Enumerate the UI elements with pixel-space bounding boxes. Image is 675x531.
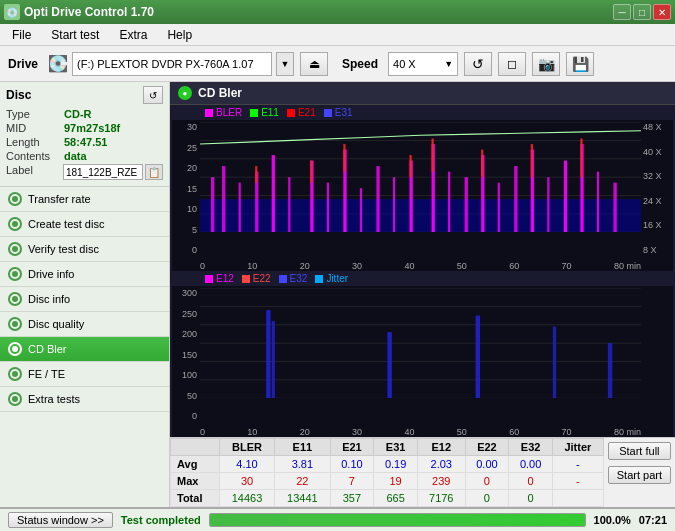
avg-e32: 0.00 <box>509 456 553 473</box>
sidebar-item-create-test-disc[interactable]: Create test disc <box>0 212 169 237</box>
legend2-e12: E12 <box>216 273 234 284</box>
speed-dropdown[interactable]: 40 X ▼ <box>388 52 458 76</box>
svg-rect-33 <box>255 166 257 183</box>
x1-label-0: 0 <box>200 261 205 271</box>
x2-label-10: 10 <box>247 427 257 437</box>
avg-e21: 0.10 <box>330 456 374 473</box>
disc-mid-label: MID <box>6 122 64 134</box>
sidebar-item-disc-info[interactable]: Disc info <box>0 287 169 312</box>
max-e21: 7 <box>330 473 374 490</box>
svg-rect-36 <box>409 155 411 177</box>
menu-extra[interactable]: Extra <box>111 26 155 44</box>
x1-label-70: 70 <box>562 261 572 271</box>
col-header-bler: BLER <box>219 439 274 456</box>
start-part-button[interactable]: Start part <box>608 466 671 484</box>
sidebar-item-extra-tests[interactable]: Extra tests <box>0 387 169 412</box>
x2-label-40: 40 <box>404 427 414 437</box>
y1-right-40x: 40 X <box>643 147 662 157</box>
max-bler: 30 <box>219 473 274 490</box>
svg-rect-19 <box>393 177 395 232</box>
y1-right-24x: 24 X <box>643 196 662 206</box>
x1-label-20: 20 <box>300 261 310 271</box>
y2-label-0: 0 <box>192 411 197 421</box>
save-button[interactable]: 💾 <box>566 52 594 76</box>
col-header-empty <box>171 439 220 456</box>
speed-label: Speed <box>342 57 378 71</box>
disc-label-copy-button[interactable]: 📋 <box>145 164 163 180</box>
y2-label-150: 150 <box>182 350 197 360</box>
x2-label-70: 70 <box>562 427 572 437</box>
status-text: Test completed <box>121 514 201 526</box>
sidebar-item-verify-test-disc[interactable]: Verify test disc <box>0 237 169 262</box>
svg-rect-10 <box>239 183 241 233</box>
y1-label-30: 30 <box>187 122 197 132</box>
eraser-button[interactable]: ◻ <box>498 52 526 76</box>
svg-rect-40 <box>580 139 582 178</box>
status-window-button[interactable]: Status window >> <box>8 512 113 528</box>
table-row-avg: Avg 4.10 3.81 0.10 0.19 2.03 0.00 0.00 - <box>171 456 604 473</box>
eject-button[interactable]: ⏏ <box>300 52 328 76</box>
progress-percent: 100.0% <box>594 514 631 526</box>
chart-header: ● CD Bler <box>170 82 675 105</box>
sidebar-item-transfer-rate[interactable]: Transfer rate <box>0 187 169 212</box>
max-label: Max <box>171 473 220 490</box>
svg-rect-7 <box>200 199 641 232</box>
disc-refresh-button[interactable]: ↺ <box>143 86 163 104</box>
sidebar-item-disc-quality[interactable]: Disc quality <box>0 312 169 337</box>
total-label: Total <box>171 490 220 507</box>
svg-rect-25 <box>498 183 500 233</box>
svg-rect-34 <box>310 161 312 183</box>
y2-label-300: 300 <box>182 288 197 298</box>
svg-rect-8 <box>211 177 214 232</box>
minimize-button[interactable]: ─ <box>613 4 631 20</box>
max-jitter: - <box>552 473 603 490</box>
nav-items: Transfer rate Create test disc Verify te… <box>0 187 169 507</box>
svg-rect-29 <box>564 161 567 233</box>
total-e12: 7176 <box>417 490 465 507</box>
disc-label-label: Label <box>6 164 63 180</box>
table-row-max: Max 30 22 7 19 239 0 0 - <box>171 473 604 490</box>
total-e31: 665 <box>374 490 418 507</box>
menu-start-test[interactable]: Start test <box>43 26 107 44</box>
camera-button[interactable]: 📷 <box>532 52 560 76</box>
x2-label-20: 20 <box>300 427 310 437</box>
y2-label-100: 100 <box>182 370 197 380</box>
chart1-legend: BLER E11 E21 E31 <box>170 105 675 120</box>
legend2-e32: E32 <box>290 273 308 284</box>
max-e32: 0 <box>509 473 553 490</box>
maximize-button[interactable]: □ <box>633 4 651 20</box>
start-full-button[interactable]: Start full <box>608 442 671 460</box>
col-header-e22: E22 <box>465 439 509 456</box>
close-button[interactable]: ✕ <box>653 4 671 20</box>
col-header-e21: E21 <box>330 439 374 456</box>
x1-label-80min: 80 min <box>614 261 641 271</box>
drive-dropdown-arrow[interactable]: ▼ <box>276 52 294 76</box>
y1-right-8x: 8 X <box>643 245 657 255</box>
refresh-button[interactable]: ↺ <box>464 52 492 76</box>
disc-label-input[interactable] <box>63 164 143 180</box>
y1-label-10: 10 <box>187 204 197 214</box>
svg-rect-38 <box>481 150 483 178</box>
x2-label-60: 60 <box>509 427 519 437</box>
app-icon: 💿 <box>4 4 20 20</box>
y1-right-16x: 16 X <box>643 220 662 230</box>
disc-length-label: Length <box>6 136 64 148</box>
sidebar-item-drive-info[interactable]: Drive info <box>0 262 169 287</box>
drive-label: Drive <box>8 57 38 71</box>
drive-dropdown[interactable]: (F:) PLEXTOR DVDR PX-760A 1.07 <box>72 52 272 76</box>
total-e21: 357 <box>330 490 374 507</box>
svg-rect-53 <box>608 343 612 398</box>
chart-title: CD Bler <box>198 86 242 100</box>
svg-rect-17 <box>360 188 362 232</box>
svg-rect-28 <box>547 177 549 232</box>
charts-container: BLER E11 E21 E31 <box>170 105 675 437</box>
sidebar-item-fe-te[interactable]: FE / TE <box>0 362 169 387</box>
svg-rect-51 <box>476 316 480 399</box>
data-right-buttons: Start full Start part <box>604 438 675 507</box>
menu-help[interactable]: Help <box>159 26 200 44</box>
x2-label-0: 0 <box>200 427 205 437</box>
sidebar-item-cd-bler[interactable]: CD Bler <box>0 337 169 362</box>
avg-e22: 0.00 <box>465 456 509 473</box>
menu-file[interactable]: File <box>4 26 39 44</box>
disc-type-value: CD-R <box>64 108 92 120</box>
